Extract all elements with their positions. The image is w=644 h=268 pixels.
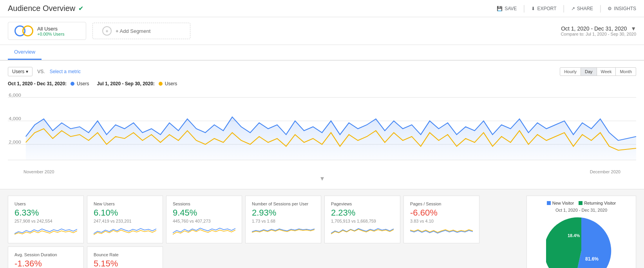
metric-pages-session: Pages / Session -6.60% 3.83 vs 4.10 [403,196,479,243]
line-chart: 6,000 4,000 2,000 [8,90,636,168]
add-circle-icon: + [102,26,112,36]
export-button[interactable]: ⬇ EXPORT [531,6,556,11]
tab-bar: Overview [0,45,644,61]
time-granularity: Hourly Day Week Month [560,67,636,76]
date-range-display[interactable]: Oct 1, 2020 - Dec 31, 2020 ▼ Compare to:… [561,25,636,36]
metric-pct-sessions: 9.45% [173,208,235,218]
pie-date: Oct 1, 2020 - Dec 31, 2020 [555,208,607,212]
segment-name: All Users [37,26,64,32]
metric-values-ps: 3.83 vs 4.10 [410,219,473,223]
metric-users: Users 6.33% 257,908 vs 242,554 [8,196,84,243]
metric-values-sessions: 445,760 vs 407,273 [173,219,235,223]
svg-text:18.4%: 18.4% [568,233,580,238]
metric-label-users: Users [14,201,77,206]
date-compare: Compare to: Jul 1, 2020 - Sep 30, 2020 [561,32,636,36]
returning-visitor-color [579,201,582,205]
metric-pct-spu: 2.93% [252,208,315,218]
scroll-indicator[interactable]: ▾ [8,174,636,183]
metric-label-spu: Number of Sessions per User [252,201,315,206]
metric-avg-session: Avg. Session Duration -1.36% 00:03:39 vs… [8,246,84,268]
sparkline-pageviews [331,226,394,237]
save-icon: 💾 [497,6,503,11]
page-title: Audience Overview [8,4,75,13]
gran-hourly[interactable]: Hourly [560,67,581,76]
metric-pct-new-users: 6.10% [94,208,156,218]
gran-month[interactable]: Month [616,67,636,76]
metrics-section: Users 6.33% 257,908 vs 242,554 New Users… [0,189,644,268]
metric-sessions: Sessions 9.45% 445,760 vs 407,273 [166,196,242,243]
insights-icon: ⚙ [608,6,612,11]
pie-chart-wrap: 81.6% 18.4% [546,216,617,268]
metric-label-new-users: New Users [94,201,156,206]
sparkline-ps [410,226,473,237]
select-metric-link[interactable]: Select a metric [50,69,81,74]
metric-label-bounce: Bounce Rate [94,252,156,257]
metric-pct-avg: -1.36% [14,259,77,268]
pie-legend-returning: Returning Visitor [579,201,616,205]
sparkline-users [14,226,77,237]
share-icon: ↗ [571,6,575,11]
insights-button[interactable]: ⚙ INSIGHTS [608,6,636,11]
divider: | [563,4,565,13]
header-left: Audience Overview ✔ [8,4,83,13]
legend-dot-orange [159,82,163,86]
metric-label: Users [12,69,24,74]
svg-text:4,000: 4,000 [9,116,21,121]
x-label-dec: December 2020 [590,169,620,174]
metric-values-spu: 1.73 vs 1.68 [252,219,315,223]
metrics-grid: Users 6.33% 257,908 vs 242,554 New Users… [8,196,526,268]
svg-text:6,000: 6,000 [9,93,21,98]
chart-section: Users ▾ VS. Select a metric Hourly Day W… [0,61,644,189]
pie-chart: 81.6% 18.4% [546,216,617,268]
svg-marker-7 [26,117,636,160]
metric-pct-users: 6.33% [14,208,77,218]
sparkline-spu [252,226,315,237]
divider: | [599,4,601,13]
svg-text:81.6%: 81.6% [585,256,599,262]
metric-label-pageviews: Pageviews [331,201,394,206]
line-chart-container: 6,000 4,000 2,000 [8,90,636,168]
metric-label-avg: Avg. Session Duration [14,252,77,257]
metric-values-new-users: 247,419 vs 233,201 [94,219,156,223]
segment-bar: All Users +0.00% Users + + Add Segment O… [0,17,644,45]
legend-item-primary: Oct 1, 2020 - Dec 31, 2020: Users [8,81,89,86]
share-button[interactable]: ↗ SHARE [571,6,593,11]
new-visitor-color [547,201,551,205]
divider: | [523,4,525,13]
segment-circles [14,25,33,36]
date-main: Oct 1, 2020 - Dec 31, 2020 ▼ [561,25,636,32]
all-users-segment[interactable]: All Users +0.00% Users [8,22,86,40]
export-icon: ⬇ [531,6,535,11]
chart-controls: Users ▾ VS. Select a metric Hourly Day W… [8,67,636,76]
pie-legend: New Visitor Returning Visitor [547,201,616,205]
vs-label: VS. [37,69,45,74]
legend-dot-blue [71,82,74,86]
pie-section: New Visitor Returning Visitor Oct 1, 202… [526,196,636,268]
legend-item-compare: Jul 1, 2020 - Sep 30, 2020: Users [97,81,177,86]
chevron-down-icon: ▾ [26,69,28,74]
gran-day[interactable]: Day [581,67,597,76]
metric-label-sessions: Sessions [173,201,235,206]
circle-orange [22,25,33,36]
gran-week[interactable]: Week [597,67,616,76]
metric-pct-pageviews: 2.23% [331,208,394,218]
metric-values-pageviews: 1,705,913 vs 1,668,759 [331,219,394,223]
metric-pct-ps: -6.60% [410,208,473,218]
metric-values-users: 257,908 vs 242,554 [14,219,77,223]
tab-overview[interactable]: Overview [8,45,42,60]
metric-bounce-rate: Bounce Rate 5.15% 44.56% vs 42.38% [87,246,163,268]
save-button[interactable]: 💾 SAVE [497,6,517,11]
sparkline-new-users [94,226,156,237]
chart-legend: Oct 1, 2020 - Dec 31, 2020: Users Jul 1,… [8,81,636,86]
verified-icon: ✔ [78,5,83,12]
metric-pct-bounce: 5.15% [94,259,156,268]
metric-pageviews: Pageviews 2.23% 1,705,913 vs 1,668,759 [324,196,400,243]
metric-label-ps: Pages / Session [410,201,473,206]
header-bar: Audience Overview ✔ 💾 SAVE | ⬇ EXPORT | … [0,0,644,17]
add-segment-label: + Add Segment [116,28,150,34]
metric-selector-button[interactable]: Users ▾ [8,67,33,76]
add-segment-button[interactable]: + + Add Segment [92,23,190,39]
metric-new-users: New Users 6.10% 247,419 vs 233,201 [87,196,163,243]
pie-legend-new: New Visitor [547,201,574,205]
segment-info: All Users +0.00% Users [37,26,64,36]
